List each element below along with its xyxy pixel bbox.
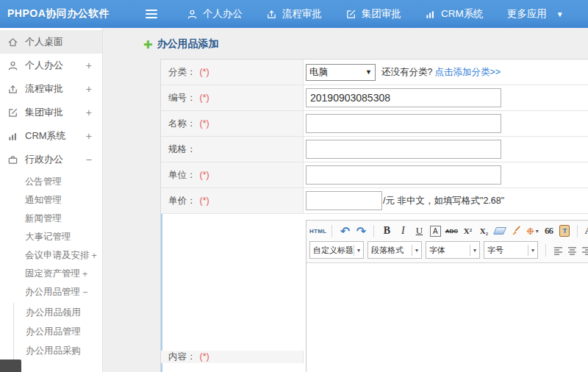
nav-item-group-approval[interactable]: 集团审批 bbox=[345, 7, 401, 21]
sidebar-item-announcement-mgmt[interactable]: 公告管理 bbox=[0, 173, 102, 191]
bar-chart-icon bbox=[425, 9, 436, 20]
underline-button[interactable]: U bbox=[412, 223, 426, 238]
nav-label: 流程审批 bbox=[282, 7, 322, 21]
sub-item-label: 办公用品领用 bbox=[26, 307, 81, 319]
editor-content-area[interactable] bbox=[306, 263, 588, 372]
expand-indicator[interactable]: + bbox=[86, 83, 92, 95]
sidebar-item-personal-office[interactable]: 个人办公 + bbox=[0, 54, 102, 77]
italic-button[interactable]: I bbox=[395, 223, 410, 238]
alignment-buttons bbox=[553, 246, 588, 255]
select-caret-icon: ▾ bbox=[412, 245, 420, 256]
nav-label: 个人办公 bbox=[203, 7, 243, 21]
paragraph-format-select[interactable]: 段落格式 ▾ bbox=[368, 241, 422, 259]
form-row-unit: 单位： (*) bbox=[161, 162, 588, 188]
toolbar-row-1: HTML ↶ ↷ B I U A ABC X² bbox=[309, 222, 588, 240]
sidebar-item-fixed-assets-mgmt[interactable]: 固定资产管理 + bbox=[0, 265, 102, 283]
sidebar-item-supplies-claim[interactable]: 办公用品领用 bbox=[14, 303, 102, 322]
sidebar-item-admin-office[interactable]: 行政办公 − bbox=[0, 148, 102, 171]
font-color-button[interactable]: A ▾ bbox=[583, 223, 588, 238]
sidebar-item-label: 集团审批 bbox=[25, 106, 63, 119]
share-upload-icon bbox=[7, 84, 18, 95]
align-left-icon[interactable] bbox=[553, 246, 563, 255]
sidebar-item-crm[interactable]: CRM系统 + bbox=[0, 124, 102, 148]
expand-indicator[interactable]: + bbox=[86, 107, 92, 118]
nav-item-more-apps[interactable]: 更多应用 ▼ bbox=[507, 7, 564, 21]
sidebar-item-notice-mgmt[interactable]: 通知管理 bbox=[0, 191, 102, 210]
expand-indicator[interactable]: + bbox=[86, 60, 92, 71]
number-label: 编号： (*) bbox=[161, 85, 304, 110]
sidebar-item-group-approval[interactable]: 集团审批 + bbox=[0, 101, 102, 124]
sidebar-item-supplies-manage[interactable]: 办公用品管理 bbox=[14, 322, 102, 341]
form-row-spec: 规格： bbox=[161, 137, 588, 162]
nav-label: CRM系统 bbox=[441, 7, 484, 21]
align-right-icon[interactable] bbox=[581, 246, 588, 255]
sidebar-item-personal-desktop[interactable]: 个人桌面 bbox=[0, 30, 102, 54]
nav-item-workflow-approval[interactable]: 流程审批 bbox=[266, 7, 322, 21]
sub-item-label: 新闻管理 bbox=[25, 212, 62, 225]
toolbar-separator bbox=[545, 244, 546, 257]
number-input[interactable] bbox=[306, 88, 501, 107]
bar-chart-icon bbox=[7, 131, 18, 142]
toolbar-separator bbox=[373, 225, 374, 237]
nav-label: 更多应用 bbox=[507, 7, 547, 21]
hamburger-menu-icon[interactable] bbox=[146, 10, 159, 18]
eraser-format-button[interactable] bbox=[492, 223, 507, 238]
add-category-link[interactable]: 点击添加分类>> bbox=[434, 66, 501, 79]
align-center-icon[interactable] bbox=[567, 246, 577, 255]
sidebar-item-label: 个人桌面 bbox=[25, 35, 63, 49]
subscript-button[interactable]: X₂ bbox=[476, 223, 491, 238]
nav-label: 集团审批 bbox=[362, 7, 401, 21]
category-select[interactable]: 电脑 ▼ bbox=[306, 64, 376, 81]
font-size-select[interactable]: 字号 ▾ bbox=[484, 241, 538, 259]
expand-indicator[interactable]: + bbox=[86, 130, 92, 142]
briefcase-icon bbox=[7, 154, 18, 165]
sidebar-item-workflow-approval[interactable]: 流程审批 + bbox=[0, 77, 102, 101]
name-input[interactable] bbox=[306, 114, 501, 133]
office-supplies-submenu: 办公用品领用 办公用品管理 办公用品采购 bbox=[13, 303, 102, 372]
unit-label: 单位： (*) bbox=[161, 162, 304, 187]
sidebar-item-meeting-mgmt[interactable]: 会议申请及安排 + bbox=[0, 246, 102, 265]
top-nav: 个人办公 流程审批 集团审批 CRM系统 更多应用 ▼ bbox=[187, 7, 564, 21]
add-plus-icon: ✚ bbox=[143, 39, 153, 50]
form-row-content: 内容： (*) HTML ↶ ↷ B bbox=[161, 214, 588, 372]
supply-add-form: 分类： (*) 电脑 ▼ 还没有分类? 点击添加分类>> 编号： (*) bbox=[160, 59, 588, 372]
paintbrush-icon bbox=[511, 225, 521, 237]
bold-button[interactable]: B bbox=[379, 223, 394, 238]
required-mark: (*) bbox=[200, 118, 209, 129]
auto-typeset-button[interactable]: ❉ ▾ bbox=[525, 223, 539, 238]
editor-toolbar: HTML ↶ ↷ B I U A ABC X² bbox=[306, 221, 588, 263]
sidebar-item-events-mgmt[interactable]: 大事记管理 bbox=[0, 228, 102, 246]
font-border-button[interactable]: A bbox=[428, 223, 442, 238]
superscript-button[interactable]: X² bbox=[460, 223, 475, 238]
undo-button[interactable]: ↶ bbox=[337, 223, 352, 238]
collapse-indicator[interactable]: − bbox=[86, 154, 92, 165]
sparkle-icon: ❉ bbox=[526, 226, 534, 237]
nav-item-crm[interactable]: CRM系统 bbox=[425, 7, 484, 21]
font-family-select[interactable]: 字体 ▾ bbox=[426, 241, 480, 259]
chevron-down-icon: ▾ bbox=[536, 228, 539, 235]
required-mark: (*) bbox=[200, 67, 209, 77]
sidebar-item-office-supplies-mgmt[interactable]: 办公用品管理 − bbox=[0, 283, 102, 301]
redo-button[interactable]: ↷ bbox=[354, 223, 368, 238]
sidebar-item-news-mgmt[interactable]: 新闻管理 bbox=[0, 210, 102, 228]
custom-title-select[interactable]: 自定义标题 ▾ bbox=[309, 241, 364, 259]
nav-item-personal-office[interactable]: 个人办公 bbox=[187, 7, 243, 21]
edit-icon bbox=[345, 9, 356, 20]
user-icon bbox=[187, 9, 198, 20]
format-brush-button[interactable] bbox=[509, 223, 523, 238]
expand-indicator: + bbox=[92, 251, 97, 261]
sub-item-label: 固定资产管理 bbox=[25, 268, 80, 280]
paste-text-button[interactable]: T bbox=[557, 223, 572, 238]
spec-input[interactable] bbox=[306, 140, 501, 159]
required-mark: (*) bbox=[200, 170, 209, 180]
price-input[interactable] bbox=[306, 191, 382, 210]
unit-input[interactable] bbox=[306, 165, 501, 185]
form-row-number: 编号： (*) bbox=[161, 85, 588, 111]
strikethrough-button[interactable]: ABC bbox=[444, 223, 459, 238]
blockquote-button[interactable]: 66 bbox=[541, 223, 556, 238]
status-tooltip-fragment bbox=[0, 360, 21, 372]
html-source-button[interactable]: HTML bbox=[309, 223, 326, 238]
category-selected-value: 电脑 bbox=[309, 66, 328, 79]
form-row-price: 单价： (*) /元 非中文，如填写格式"2.68" bbox=[161, 188, 588, 214]
sidebar-item-supplies-purchase[interactable]: 办公用品采购 bbox=[14, 341, 102, 360]
